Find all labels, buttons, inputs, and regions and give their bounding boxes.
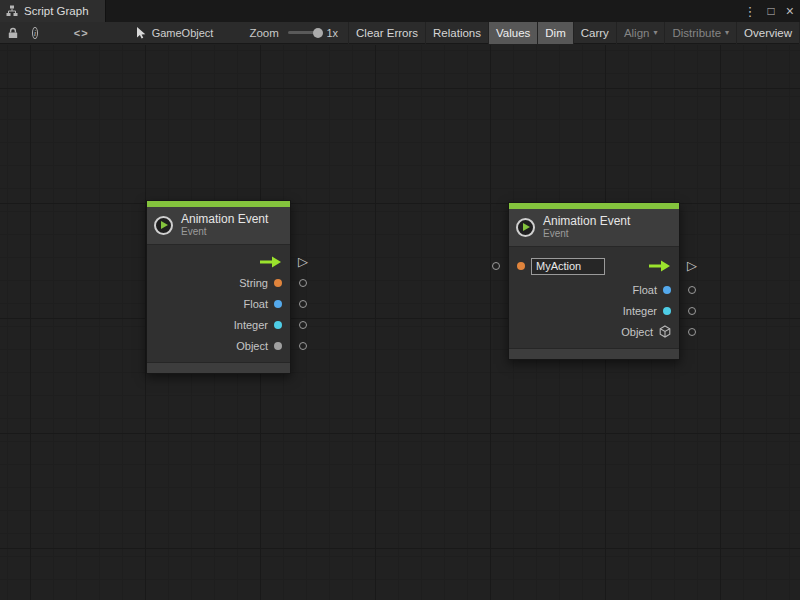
event-name-row: ▷ (509, 253, 679, 279)
output-row-float: Float (147, 293, 290, 314)
cursor-icon (135, 26, 147, 39)
event-play-icon (516, 218, 535, 237)
float-type-icon (274, 300, 282, 308)
maximize-icon[interactable]: □ (768, 5, 775, 17)
align-dropdown[interactable]: Align ▾ (617, 22, 666, 44)
port-label: Float (633, 284, 657, 296)
string-type-icon (274, 279, 282, 287)
event-name-input[interactable] (531, 258, 605, 275)
carry-button[interactable]: Carry (574, 22, 617, 44)
zoom-label: Zoom (249, 27, 278, 39)
string-output-port[interactable] (299, 279, 307, 287)
zoom-value: 1x (326, 27, 338, 39)
values-button[interactable]: Values (489, 22, 538, 44)
trigger-output-port[interactable]: ▷ (298, 255, 308, 268)
node-subtitle: Event (181, 226, 268, 238)
float-output-port[interactable] (688, 286, 696, 294)
output-row-float: Float (509, 279, 679, 300)
trigger-arrow-icon (259, 256, 282, 268)
distribute-label: Distribute (672, 27, 721, 39)
chevron-down-icon: ▾ (653, 29, 657, 37)
toolbar-button-group: Clear Errors Relations Values Dim Carry … (348, 22, 800, 44)
clear-errors-button[interactable]: Clear Errors (348, 22, 426, 44)
dim-button[interactable]: Dim (538, 22, 573, 44)
gameobject-label: GameObject (152, 27, 214, 39)
float-output-port[interactable] (299, 300, 307, 308)
info-icon[interactable]: i (32, 27, 38, 39)
node-animation-event-right[interactable]: Animation Event Event ▷ Float (508, 202, 680, 360)
lock-icon[interactable] (7, 27, 19, 39)
string-type-icon (517, 262, 525, 270)
output-row-object: Object (147, 335, 290, 356)
graph-toolbar: i <> GameObject Zoom 1x Clear Errors Rel… (0, 22, 800, 44)
trigger-output-port[interactable]: ▷ (687, 259, 697, 272)
cube-icon (659, 325, 671, 338)
zoom-slider[interactable] (288, 31, 321, 34)
integer-type-icon (663, 307, 671, 315)
integer-output-port[interactable] (688, 307, 696, 315)
distribute-dropdown[interactable]: Distribute ▾ (665, 22, 737, 44)
overview-button[interactable]: Overview (737, 22, 800, 44)
window-tab-bar: Script Graph ⋮ □ × (0, 0, 800, 22)
node-animation-event-left[interactable]: Animation Event Event ▷ String F (146, 200, 291, 374)
node-header[interactable]: Animation Event Event (147, 207, 290, 245)
object-output-port[interactable] (299, 342, 307, 350)
port-label: Object (236, 340, 268, 352)
output-row-integer: Integer (147, 314, 290, 335)
output-row-string: String (147, 272, 290, 293)
graph-icon (6, 5, 18, 17)
port-label: Integer (623, 305, 657, 317)
output-row-object: Object (509, 321, 679, 342)
node-header[interactable]: Animation Event Event (509, 209, 679, 247)
port-label: Float (244, 298, 268, 310)
float-type-icon (663, 286, 671, 294)
graph-canvas[interactable]: Animation Event Event ▷ String F (0, 45, 800, 600)
relations-button[interactable]: Relations (426, 22, 489, 44)
object-type-icon (274, 342, 282, 350)
port-label: Integer (234, 319, 268, 331)
window-controls: ⋮ □ × (744, 0, 794, 22)
integer-output-port[interactable] (299, 321, 307, 329)
gameobject-button[interactable]: GameObject (135, 26, 214, 39)
node-subtitle: Event (543, 228, 630, 240)
trigger-arrow-icon (648, 260, 671, 272)
node-title: Animation Event (181, 212, 268, 226)
node-body: ▷ Float Integer Object (509, 247, 679, 348)
port-label: Object (621, 326, 653, 338)
code-icon[interactable]: <> (74, 27, 89, 39)
port-label: String (239, 277, 268, 289)
node-body: ▷ String Float Integer Object (147, 245, 290, 362)
trigger-output-row: ▷ (147, 251, 290, 272)
object-output-port[interactable] (688, 328, 696, 336)
event-name-input-port[interactable] (492, 262, 500, 270)
output-row-integer: Integer (509, 300, 679, 321)
node-title: Animation Event (543, 214, 630, 228)
chevron-down-icon: ▾ (725, 29, 729, 37)
tab-script-graph[interactable]: Script Graph (0, 0, 106, 22)
align-label: Align (624, 27, 650, 39)
zoom-slider-thumb[interactable] (313, 28, 323, 38)
kebab-menu-icon[interactable]: ⋮ (744, 5, 757, 18)
tab-title: Script Graph (24, 5, 89, 17)
integer-type-icon (274, 321, 282, 329)
close-icon[interactable]: × (786, 4, 794, 18)
node-footer (509, 348, 679, 359)
event-play-icon (154, 216, 173, 235)
node-footer (147, 362, 290, 373)
